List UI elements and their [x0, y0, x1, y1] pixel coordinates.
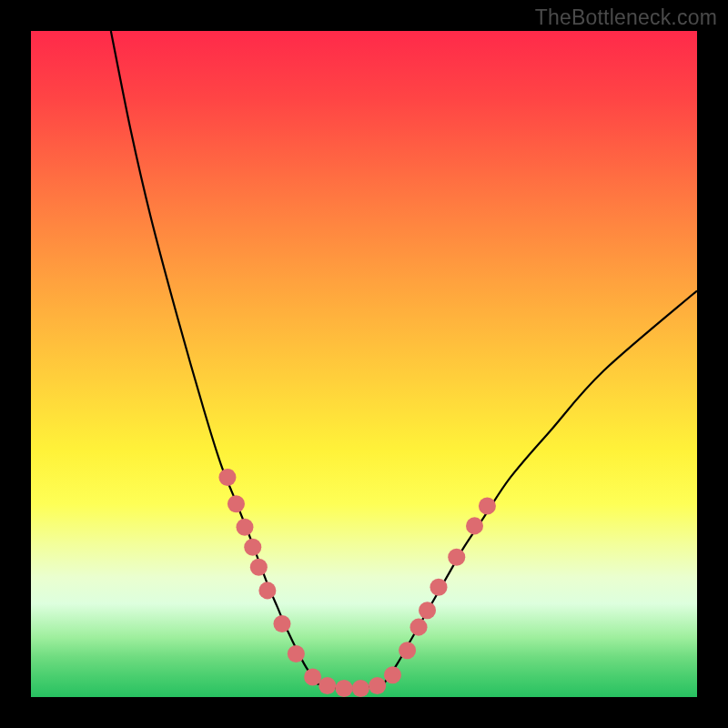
data-marker [430, 579, 447, 596]
data-marker [236, 519, 253, 536]
plot-area [31, 31, 697, 697]
data-marker [336, 680, 353, 697]
data-marker [228, 495, 245, 512]
data-marker [258, 581, 276, 599]
curve-left-branch [111, 31, 318, 683]
data-marker [479, 497, 496, 514]
chart-svg [31, 31, 697, 697]
data-marker [448, 549, 465, 566]
curve-right-branch [384, 290, 697, 683]
marker-group [218, 469, 496, 697]
data-marker [419, 602, 436, 619]
data-marker [288, 645, 305, 662]
data-marker [352, 680, 369, 697]
data-marker [218, 469, 236, 486]
data-marker [466, 517, 483, 534]
chart-frame: TheBottleneck.com [0, 0, 728, 728]
watermark-text: TheBottleneck.com [535, 5, 717, 30]
data-marker [250, 559, 268, 576]
data-marker [384, 666, 401, 683]
data-marker [304, 669, 321, 686]
data-marker [273, 615, 290, 632]
data-marker [410, 619, 428, 636]
data-marker [369, 677, 386, 694]
data-marker [244, 539, 261, 556]
data-marker [399, 642, 416, 659]
data-marker [318, 677, 336, 694]
